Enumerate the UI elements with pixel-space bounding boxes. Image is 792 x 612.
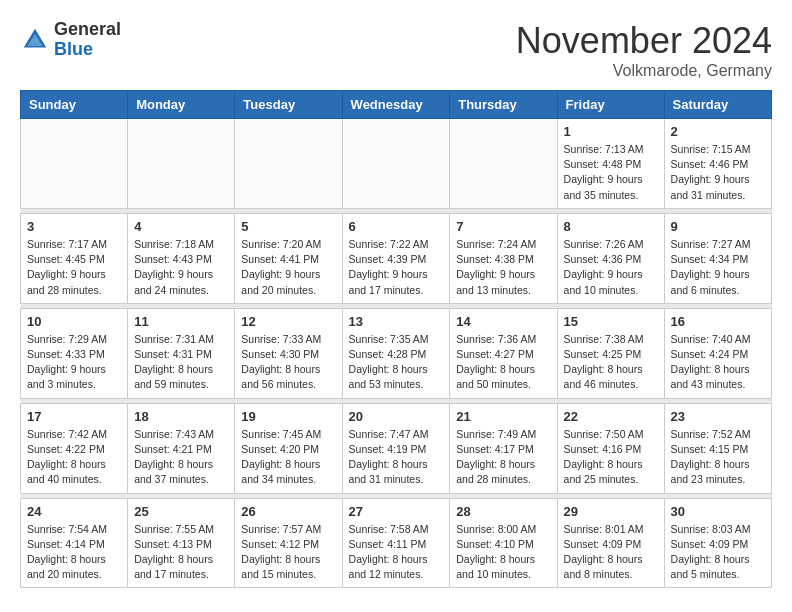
logo-blue: Blue [54,39,93,59]
calendar-cell: 23Sunrise: 7:52 AM Sunset: 4:15 PM Dayli… [664,403,771,493]
day-info: Sunrise: 8:01 AM Sunset: 4:09 PM Dayligh… [564,522,658,583]
calendar-cell: 10Sunrise: 7:29 AM Sunset: 4:33 PM Dayli… [21,308,128,398]
day-number: 7 [456,219,550,234]
weekday-header-wednesday: Wednesday [342,91,450,119]
day-number: 15 [564,314,658,329]
day-number: 17 [27,409,121,424]
calendar-cell: 25Sunrise: 7:55 AM Sunset: 4:13 PM Dayli… [128,498,235,588]
day-info: Sunrise: 7:45 AM Sunset: 4:20 PM Dayligh… [241,427,335,488]
day-info: Sunrise: 7:22 AM Sunset: 4:39 PM Dayligh… [349,237,444,298]
logo: General Blue [20,20,121,60]
calendar-cell [128,119,235,209]
day-info: Sunrise: 7:58 AM Sunset: 4:11 PM Dayligh… [349,522,444,583]
day-number: 6 [349,219,444,234]
calendar-week-4: 17Sunrise: 7:42 AM Sunset: 4:22 PM Dayli… [21,403,772,493]
day-info: Sunrise: 7:27 AM Sunset: 4:34 PM Dayligh… [671,237,765,298]
day-number: 28 [456,504,550,519]
weekday-header-monday: Monday [128,91,235,119]
day-number: 16 [671,314,765,329]
day-info: Sunrise: 7:52 AM Sunset: 4:15 PM Dayligh… [671,427,765,488]
day-number: 1 [564,124,658,139]
day-number: 10 [27,314,121,329]
calendar: SundayMondayTuesdayWednesdayThursdayFrid… [20,90,772,588]
calendar-cell: 5Sunrise: 7:20 AM Sunset: 4:41 PM Daylig… [235,213,342,303]
calendar-cell [235,119,342,209]
calendar-cell: 8Sunrise: 7:26 AM Sunset: 4:36 PM Daylig… [557,213,664,303]
day-number: 25 [134,504,228,519]
calendar-week-3: 10Sunrise: 7:29 AM Sunset: 4:33 PM Dayli… [21,308,772,398]
calendar-cell: 4Sunrise: 7:18 AM Sunset: 4:43 PM Daylig… [128,213,235,303]
day-number: 26 [241,504,335,519]
day-number: 24 [27,504,121,519]
logo-text: General Blue [54,20,121,60]
calendar-header-row: SundayMondayTuesdayWednesdayThursdayFrid… [21,91,772,119]
calendar-cell [21,119,128,209]
day-info: Sunrise: 7:38 AM Sunset: 4:25 PM Dayligh… [564,332,658,393]
day-number: 8 [564,219,658,234]
calendar-cell: 19Sunrise: 7:45 AM Sunset: 4:20 PM Dayli… [235,403,342,493]
day-info: Sunrise: 7:49 AM Sunset: 4:17 PM Dayligh… [456,427,550,488]
calendar-cell: 22Sunrise: 7:50 AM Sunset: 4:16 PM Dayli… [557,403,664,493]
page-header: General Blue November 2024 Volkmarode, G… [20,20,772,80]
calendar-cell: 13Sunrise: 7:35 AM Sunset: 4:28 PM Dayli… [342,308,450,398]
day-info: Sunrise: 7:43 AM Sunset: 4:21 PM Dayligh… [134,427,228,488]
day-info: Sunrise: 7:36 AM Sunset: 4:27 PM Dayligh… [456,332,550,393]
day-info: Sunrise: 7:26 AM Sunset: 4:36 PM Dayligh… [564,237,658,298]
weekday-header-tuesday: Tuesday [235,91,342,119]
calendar-cell: 18Sunrise: 7:43 AM Sunset: 4:21 PM Dayli… [128,403,235,493]
calendar-cell: 16Sunrise: 7:40 AM Sunset: 4:24 PM Dayli… [664,308,771,398]
calendar-cell [342,119,450,209]
calendar-week-2: 3Sunrise: 7:17 AM Sunset: 4:45 PM Daylig… [21,213,772,303]
day-number: 5 [241,219,335,234]
day-number: 3 [27,219,121,234]
day-info: Sunrise: 7:55 AM Sunset: 4:13 PM Dayligh… [134,522,228,583]
weekday-header-saturday: Saturday [664,91,771,119]
calendar-cell: 3Sunrise: 7:17 AM Sunset: 4:45 PM Daylig… [21,213,128,303]
weekday-header-sunday: Sunday [21,91,128,119]
day-info: Sunrise: 7:20 AM Sunset: 4:41 PM Dayligh… [241,237,335,298]
calendar-cell: 21Sunrise: 7:49 AM Sunset: 4:17 PM Dayli… [450,403,557,493]
calendar-cell: 1Sunrise: 7:13 AM Sunset: 4:48 PM Daylig… [557,119,664,209]
logo-icon [20,25,50,55]
day-number: 30 [671,504,765,519]
day-number: 19 [241,409,335,424]
day-number: 2 [671,124,765,139]
day-info: Sunrise: 7:13 AM Sunset: 4:48 PM Dayligh… [564,142,658,203]
day-info: Sunrise: 8:00 AM Sunset: 4:10 PM Dayligh… [456,522,550,583]
day-number: 23 [671,409,765,424]
calendar-cell: 28Sunrise: 8:00 AM Sunset: 4:10 PM Dayli… [450,498,557,588]
calendar-cell: 11Sunrise: 7:31 AM Sunset: 4:31 PM Dayli… [128,308,235,398]
calendar-cell [450,119,557,209]
calendar-cell: 12Sunrise: 7:33 AM Sunset: 4:30 PM Dayli… [235,308,342,398]
day-info: Sunrise: 7:42 AM Sunset: 4:22 PM Dayligh… [27,427,121,488]
day-info: Sunrise: 7:31 AM Sunset: 4:31 PM Dayligh… [134,332,228,393]
day-info: Sunrise: 7:18 AM Sunset: 4:43 PM Dayligh… [134,237,228,298]
day-number: 12 [241,314,335,329]
title-block: November 2024 Volkmarode, Germany [516,20,772,80]
day-info: Sunrise: 7:57 AM Sunset: 4:12 PM Dayligh… [241,522,335,583]
calendar-cell: 14Sunrise: 7:36 AM Sunset: 4:27 PM Dayli… [450,308,557,398]
day-info: Sunrise: 7:50 AM Sunset: 4:16 PM Dayligh… [564,427,658,488]
day-number: 4 [134,219,228,234]
day-info: Sunrise: 7:47 AM Sunset: 4:19 PM Dayligh… [349,427,444,488]
day-info: Sunrise: 8:03 AM Sunset: 4:09 PM Dayligh… [671,522,765,583]
location: Volkmarode, Germany [516,62,772,80]
weekday-header-friday: Friday [557,91,664,119]
day-number: 14 [456,314,550,329]
day-number: 13 [349,314,444,329]
calendar-cell: 24Sunrise: 7:54 AM Sunset: 4:14 PM Dayli… [21,498,128,588]
day-number: 9 [671,219,765,234]
day-info: Sunrise: 7:29 AM Sunset: 4:33 PM Dayligh… [27,332,121,393]
calendar-cell: 26Sunrise: 7:57 AM Sunset: 4:12 PM Dayli… [235,498,342,588]
day-info: Sunrise: 7:17 AM Sunset: 4:45 PM Dayligh… [27,237,121,298]
logo-general: General [54,19,121,39]
day-info: Sunrise: 7:35 AM Sunset: 4:28 PM Dayligh… [349,332,444,393]
day-number: 27 [349,504,444,519]
calendar-cell: 6Sunrise: 7:22 AM Sunset: 4:39 PM Daylig… [342,213,450,303]
day-info: Sunrise: 7:40 AM Sunset: 4:24 PM Dayligh… [671,332,765,393]
day-number: 29 [564,504,658,519]
calendar-cell: 2Sunrise: 7:15 AM Sunset: 4:46 PM Daylig… [664,119,771,209]
day-number: 21 [456,409,550,424]
calendar-cell: 7Sunrise: 7:24 AM Sunset: 4:38 PM Daylig… [450,213,557,303]
month-title: November 2024 [516,20,772,62]
